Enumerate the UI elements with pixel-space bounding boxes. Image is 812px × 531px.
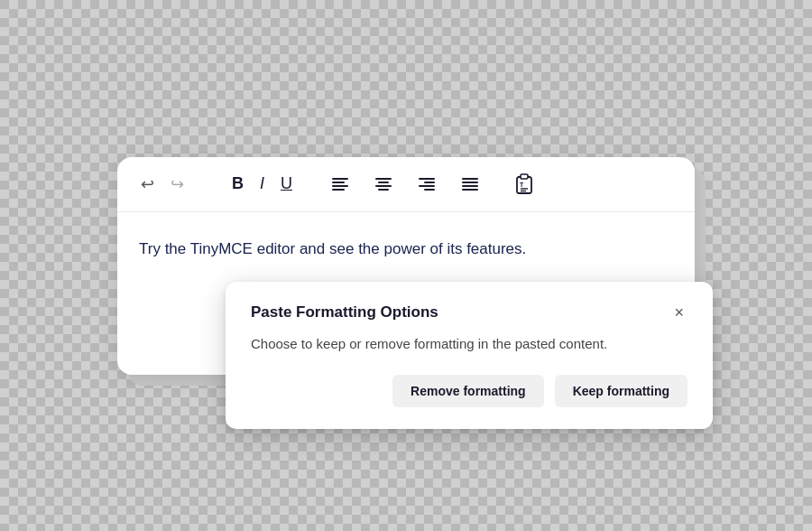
- bold-button[interactable]: B: [226, 171, 249, 197]
- editor-card: ↩ ↪ B I U: [117, 157, 695, 375]
- toolbar: ↩ ↪ B I U: [117, 157, 695, 212]
- keep-formatting-button[interactable]: Keep formatting: [555, 375, 687, 407]
- clipboard-icon: T: [514, 173, 534, 195]
- justify-button[interactable]: [451, 170, 489, 199]
- underline-button[interactable]: U: [275, 171, 298, 197]
- paste-formatting-dialog: Paste Formatting Options × Choose to kee…: [226, 282, 713, 429]
- svg-rect-1: [521, 174, 528, 179]
- align-right-button[interactable]: [408, 170, 446, 199]
- italic-button[interactable]: I: [254, 171, 270, 197]
- dialog-description: Choose to keep or remove formatting in t…: [251, 334, 687, 355]
- editor-container: ↩ ↪ B I U: [117, 157, 695, 375]
- paste-text-button[interactable]: T: [509, 170, 540, 199]
- dialog-title: Paste Formatting Options: [251, 303, 438, 321]
- dialog-actions: Remove formatting Keep formatting: [251, 375, 687, 407]
- remove-formatting-button[interactable]: Remove formatting: [392, 375, 544, 407]
- dialog-close-button[interactable]: ×: [670, 304, 687, 321]
- svg-text:T: T: [520, 182, 524, 188]
- align-center-button[interactable]: [364, 170, 402, 199]
- editor-content: Try the TinyMCE editor and see the power…: [139, 238, 673, 261]
- align-left-button[interactable]: [321, 170, 359, 199]
- dialog-overlay: Paste Formatting Options × Choose to kee…: [226, 282, 713, 429]
- redo-button[interactable]: ↪: [165, 171, 189, 198]
- separator-1: [198, 175, 199, 193]
- undo-button[interactable]: ↩: [135, 171, 160, 198]
- dialog-header: Paste Formatting Options ×: [251, 303, 687, 321]
